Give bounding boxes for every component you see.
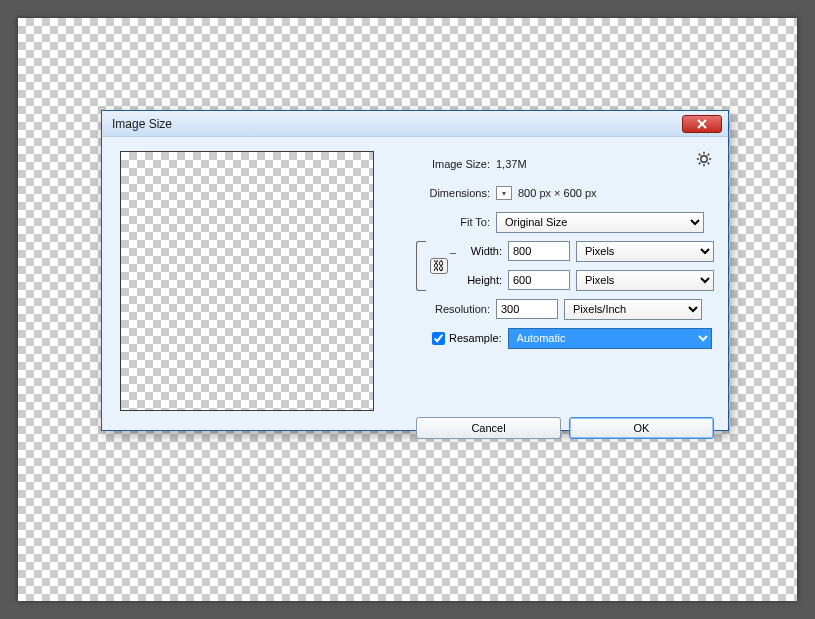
resample-method-select[interactable]: Automatic [508, 328, 712, 349]
dialog-title: Image Size [112, 117, 682, 131]
close-button[interactable] [682, 115, 722, 133]
resolution-label: Resolution: [396, 303, 496, 315]
resolution-unit-select[interactable]: Pixels/Inch [564, 299, 702, 320]
height-label: Height: [456, 274, 508, 286]
link-bracket-left [416, 241, 426, 291]
image-size-dialog: Image Size [101, 110, 729, 431]
width-input[interactable] [508, 241, 570, 261]
dimensions-unit-toggle[interactable]: ▾ [496, 186, 512, 200]
svg-point-0 [701, 156, 707, 162]
preview-thumbnail[interactable] [120, 151, 374, 411]
svg-line-7 [699, 163, 701, 165]
cancel-button[interactable]: Cancel [416, 417, 561, 439]
resample-label: Resample: [449, 332, 502, 344]
fit-to-select[interactable]: Original Size [496, 212, 704, 233]
svg-line-5 [699, 154, 701, 156]
resolution-input[interactable] [496, 299, 558, 319]
image-size-label: Image Size: [396, 158, 496, 170]
width-label: Width: [456, 245, 508, 257]
ok-button[interactable]: OK [569, 417, 714, 439]
dimensions-label: Dimensions: [396, 187, 496, 199]
gear-icon [696, 151, 712, 167]
fit-to-label: Fit To: [396, 216, 496, 228]
titlebar: Image Size [102, 111, 728, 137]
dimensions-value: 800 px × 600 px [518, 187, 597, 199]
close-icon [696, 119, 708, 129]
height-input[interactable] [508, 270, 570, 290]
settings-button[interactable] [696, 151, 712, 167]
image-size-value: 1,37M [496, 158, 527, 170]
height-unit-select[interactable]: Pixels [576, 270, 714, 291]
link-icon: ⛓ [433, 259, 445, 273]
constrain-proportions-button[interactable]: ⛓ [430, 258, 448, 274]
width-unit-select[interactable]: Pixels [576, 241, 714, 262]
resample-checkbox[interactable] [432, 332, 445, 345]
svg-line-6 [708, 163, 710, 165]
svg-line-8 [708, 154, 710, 156]
